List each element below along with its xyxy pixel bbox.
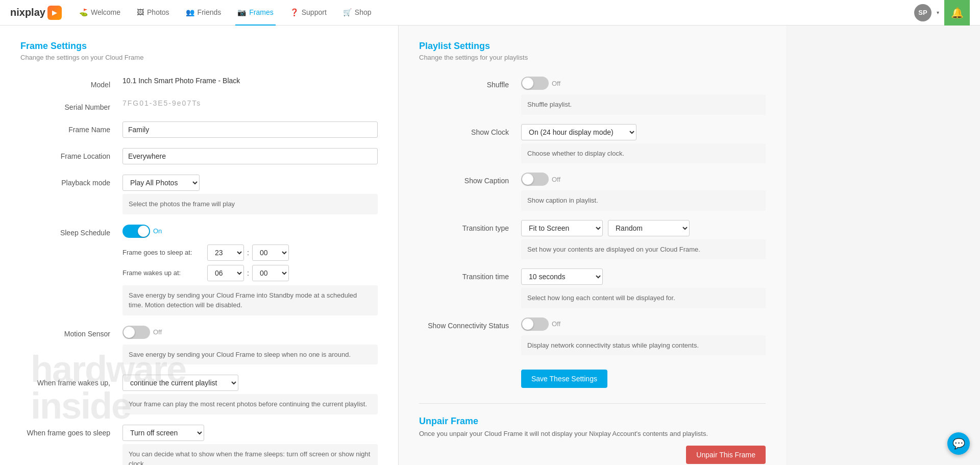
connectivity-thumb [522, 319, 533, 330]
transition-time-select[interactable]: 10 seconds [521, 268, 603, 285]
sleep-at-label: Frame goes to sleep at: [122, 249, 204, 256]
notification-bell-button[interactable]: 🔔 [944, 0, 970, 26]
main-wrapper: Frame Settings Change the settings on yo… [0, 26, 980, 465]
sleep-action-hint: You can decide what to show when the fra… [122, 444, 378, 466]
frame-location-row: Frame Location [20, 148, 378, 164]
connectivity-track[interactable] [521, 317, 549, 331]
logo[interactable]: nixplay ▶ [10, 6, 62, 20]
show-caption-toggle-label: Off [552, 176, 560, 183]
playback-mode-label: Playback mode [20, 175, 122, 187]
chevron-down-icon[interactable]: ▾ [937, 10, 939, 15]
unpair-section: Unpair Frame Once you unpair your Cloud … [419, 403, 766, 437]
transition-time-hint: Select how long each content will be dis… [521, 288, 766, 308]
frame-name-input[interactable] [122, 121, 378, 138]
show-clock-select[interactable]: On (24 hour display mode) [521, 124, 636, 140]
shuffle-track[interactable] [521, 77, 549, 90]
show-clock-label: Show Clock [419, 124, 521, 136]
wake-colon: : [247, 269, 249, 277]
transition-random-select[interactable]: Random [608, 220, 690, 236]
frame-name-label: Frame Name [20, 121, 122, 134]
avatar[interactable]: SP [914, 4, 932, 21]
wake-action-hint: Your frame can play the most recent phot… [122, 394, 378, 414]
shuffle-toggle-label: Off [552, 80, 560, 87]
serial-row: Serial Number 7FG01-3E5-9e07Ts [20, 99, 378, 111]
nav-welcome[interactable]: ⛳ Welcome [77, 0, 122, 26]
show-caption-label: Show Caption [419, 173, 521, 185]
sleep-hint: Save energy by sending your Cloud Frame … [122, 285, 378, 315]
motion-sensor-toggle-label: Off [153, 328, 162, 336]
nav-shop[interactable]: 🛒 Shop [341, 0, 374, 26]
serial-value: 7FG01-3E5-9e07Ts [122, 99, 201, 107]
wake-hour-select[interactable]: 06 [207, 265, 244, 281]
sleep-schedule-thumb [138, 226, 149, 237]
nav-right: SP ▾ 🔔 [914, 0, 970, 26]
show-caption-track[interactable] [521, 173, 549, 186]
frame-location-label: Frame Location [20, 148, 122, 160]
sleep-schedule-label: Sleep Schedule [20, 225, 122, 237]
connectivity-toggle[interactable]: Off [521, 317, 560, 331]
sleep-schedule-row: Sleep Schedule On Frame goes to sleep at… [20, 225, 378, 315]
transition-time-row: Transition time 10 seconds Select how lo… [419, 268, 766, 308]
page-title: Frame Settings [20, 41, 378, 52]
unpair-button[interactable]: Unpair This Frame [686, 446, 766, 464]
transition-type-row: Transition type Fit to Screen Random Set… [419, 220, 766, 260]
sleep-action-row: When frame goes to sleep Turn off screen… [20, 425, 378, 466]
shop-icon: 🛒 [343, 8, 352, 16]
frame-settings-panel: Frame Settings Change the settings on yo… [0, 26, 398, 465]
sleep-action-select[interactable]: Turn off screen [122, 425, 204, 441]
connectivity-row: Show Connectivity Status Off Display net… [419, 317, 766, 356]
playback-mode-row: Playback mode Play All Photos Select the… [20, 175, 378, 214]
bell-icon: 🔔 [951, 7, 964, 19]
shuffle-toggle[interactable]: Off [521, 77, 560, 90]
motion-sensor-toggle[interactable]: Off [122, 326, 162, 339]
save-section: Save These Settings [521, 364, 766, 388]
sleep-hour-select[interactable]: 23 [207, 244, 244, 261]
support-icon: ❓ [290, 8, 299, 16]
motion-sensor-label: Motion Sensor [20, 326, 122, 338]
wake-minute-select[interactable]: 00 [252, 265, 289, 281]
shuffle-hint: Shuffle playlist. [521, 94, 766, 115]
shuffle-row: Shuffle Off Shuffle playlist. [419, 77, 766, 115]
nav-items: ⛳ Welcome 🖼 Photos 👥 Friends 📷 Frames ❓ … [77, 0, 914, 26]
transition-selects: Fit to Screen Random [521, 220, 766, 236]
show-caption-row: Show Caption Off Show caption in playlis… [419, 173, 766, 211]
shuffle-label: Shuffle [419, 77, 521, 89]
model-label: Model [20, 77, 122, 89]
nav-photos[interactable]: 🖼 Photos [135, 0, 172, 26]
connectivity-label: Show Connectivity Status [419, 317, 521, 330]
sleep-minute-select[interactable]: 00 [252, 244, 289, 261]
show-clock-row: Show Clock On (24 hour display mode) Cho… [419, 124, 766, 164]
sleep-schedule-toggle[interactable]: On [122, 225, 162, 238]
playback-hint: Select the photos the frame will play [122, 194, 378, 214]
show-caption-thumb [522, 174, 533, 185]
frame-location-input[interactable] [122, 148, 378, 164]
playlist-settings-panel: Playlist Settings Change the settings fo… [398, 26, 786, 465]
frame-name-row: Frame Name [20, 121, 378, 138]
page-subtitle: Change the settings on your Cloud Frame [20, 54, 378, 61]
logo-text: nixplay [10, 7, 45, 18]
connectivity-hint: Display network connectivity status whil… [521, 335, 766, 356]
transition-type-label: Transition type [419, 220, 521, 232]
model-row: Model 10.1 Inch Smart Photo Frame - Blac… [20, 77, 378, 89]
playlist-subtitle: Change the settings for your playlists [419, 54, 766, 61]
save-button[interactable]: Save These Settings [521, 370, 607, 388]
model-value: 10.1 Inch Smart Photo Frame - Black [122, 77, 240, 85]
motion-sensor-row: Motion Sensor Off Save energy by sending… [20, 326, 378, 365]
nav-support[interactable]: ❓ Support [288, 0, 329, 26]
motion-sensor-track[interactable] [122, 326, 150, 339]
show-caption-toggle[interactable]: Off [521, 173, 560, 186]
nav-friends[interactable]: 👥 Friends [184, 0, 224, 26]
friends-icon: 👥 [186, 8, 194, 16]
playback-mode-select[interactable]: Play All Photos [122, 175, 200, 191]
nav-frames[interactable]: 📷 Frames [235, 0, 275, 26]
sleep-schedule-track[interactable] [122, 225, 150, 238]
transition-time-label: Transition time [419, 268, 521, 281]
serial-label: Serial Number [20, 99, 122, 111]
unpair-text: Once you unpair your Cloud Frame it will… [419, 430, 766, 437]
photos-icon: 🖼 [137, 8, 144, 16]
transition-type-hint: Set how your contents are displayed on y… [521, 239, 766, 260]
logo-icon: ▶ [47, 6, 62, 20]
chat-button[interactable]: 💬 [947, 432, 970, 455]
wake-action-select[interactable]: continue the current playlist [122, 375, 238, 391]
transition-type-select[interactable]: Fit to Screen [521, 220, 603, 236]
